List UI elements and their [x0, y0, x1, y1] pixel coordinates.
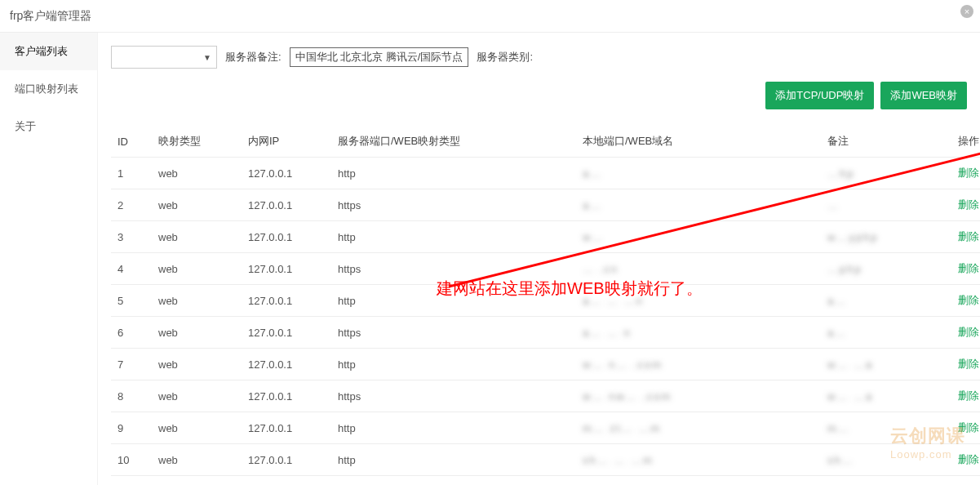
- cell-domain: sh… … …m: [576, 444, 821, 476]
- cell-op: 删除: [951, 349, 980, 380]
- cell-port: http: [331, 158, 576, 189]
- cell-domain: a…: [576, 158, 821, 189]
- sidebar: 客户端列表 端口映射列表 关于: [0, 33, 98, 485]
- delete-link[interactable]: 删除: [958, 326, 979, 338]
- cell-ip: 127.0.0.1: [242, 317, 331, 349]
- server-select[interactable]: ▼: [111, 46, 217, 69]
- sidebar-item-port-mappings[interactable]: 端口映射列表: [0, 70, 97, 108]
- table-row: 7web127.0.0.1httpw… n… .comw… …a删除: [111, 349, 980, 380]
- cell-port: https: [331, 253, 576, 285]
- toolbar: ▼ 服务器备注: 中国华北 北京北京 腾讯云/国际节点 服务器类别:: [111, 41, 967, 82]
- cell-note: …hp: [821, 158, 951, 189]
- cell-ip: 127.0.0.1: [242, 412, 331, 444]
- cell-type: web: [152, 349, 242, 380]
- cell-domain: m… zt… …m: [576, 412, 821, 444]
- th-port: 服务器端口/WEB映射类型: [331, 126, 576, 158]
- chevron-down-icon: ▼: [203, 53, 211, 62]
- table-header-row: ID 映射类型 内网IP 服务器端口/WEB映射类型 本地端口/WEB域名 备注…: [111, 126, 980, 158]
- delete-link[interactable]: 删除: [958, 198, 979, 211]
- cell-op: 删除: [951, 285, 980, 317]
- cell-ip: 127.0.0.1: [242, 253, 331, 285]
- cell-ip: 127.0.0.1: [242, 444, 331, 476]
- actions-row: 添加TCP/UDP映射 添加WEB映射: [111, 82, 967, 126]
- cell-port: http: [331, 221, 576, 253]
- cell-port: http: [331, 412, 576, 444]
- cell-id: 4: [111, 253, 152, 285]
- cell-port: http: [331, 285, 576, 317]
- cell-op: 删除: [951, 221, 980, 253]
- delete-link[interactable]: 删除: [958, 358, 979, 370]
- cell-type: web: [152, 221, 242, 253]
- cell-note: …php: [821, 253, 951, 285]
- main-panel: ▼ 服务器备注: 中国华北 北京北京 腾讯云/国际节点 服务器类别: 添加TCP…: [98, 33, 980, 485]
- cell-type: web: [152, 253, 242, 285]
- cell-op: 删除: [951, 412, 980, 444]
- cell-domain: w…: [576, 221, 821, 253]
- table-row: 5web127.0.0.1httpa… … …na…删除: [111, 285, 980, 317]
- th-note: 备注: [821, 126, 951, 158]
- sidebar-item-label: 客户端列表: [15, 45, 68, 57]
- cell-domain: a…: [576, 189, 821, 221]
- cell-note: a…: [821, 285, 951, 317]
- cell-id: 9: [111, 412, 152, 444]
- sidebar-item-label: 关于: [15, 120, 36, 132]
- cell-note: sh…: [821, 444, 951, 476]
- cell-ip: 127.0.0.1: [242, 158, 331, 189]
- delete-link[interactable]: 删除: [958, 294, 979, 306]
- table-row: 8web127.0.0.1httpsw… nw… .comw… …a删除: [111, 380, 980, 412]
- cell-domain: a… … n: [576, 317, 821, 349]
- cell-id: 8: [111, 380, 152, 412]
- cell-id: 3: [111, 221, 152, 253]
- add-web-button[interactable]: 添加WEB映射: [880, 82, 967, 109]
- table-row: 6web127.0.0.1httpsa… … na…删除: [111, 317, 980, 349]
- cell-domain: w… nw… .com: [576, 380, 821, 412]
- cell-port: https: [331, 189, 576, 221]
- cell-port: https: [331, 380, 576, 412]
- server-type-label: 服务器类别:: [477, 50, 533, 65]
- th-ip: 内网IP: [242, 126, 331, 158]
- close-icon[interactable]: ×: [960, 5, 973, 18]
- cell-port: https: [331, 317, 576, 349]
- delete-link[interactable]: 删除: [958, 167, 979, 179]
- cell-op: 删除: [951, 317, 980, 349]
- delete-link[interactable]: 删除: [958, 262, 979, 274]
- cell-note: w… …a: [821, 349, 951, 380]
- table-row: 9web127.0.0.1httpm… zt… …mm…删除: [111, 412, 980, 444]
- cell-note: m…: [821, 412, 951, 444]
- th-op: 操作: [951, 126, 980, 158]
- cell-type: web: [152, 444, 242, 476]
- cell-id: 7: [111, 349, 152, 380]
- cell-id: 10: [111, 444, 152, 476]
- cell-note: w… …a: [821, 380, 951, 412]
- cell-ip: 127.0.0.1: [242, 285, 331, 317]
- table-row: 3web127.0.0.1httpw…w…yphp删除: [111, 221, 980, 253]
- cell-id: 2: [111, 189, 152, 221]
- sidebar-item-label: 端口映射列表: [15, 82, 78, 95]
- table-row: 1web127.0.0.1httpa……hp删除: [111, 158, 980, 189]
- delete-link[interactable]: 删除: [958, 389, 979, 402]
- delete-link[interactable]: 删除: [958, 230, 979, 242]
- table-row: 4web127.0.0.1https… .cn…php删除: [111, 253, 980, 285]
- cell-op: 删除: [951, 158, 980, 189]
- delete-link[interactable]: 删除: [958, 453, 979, 465]
- sidebar-item-about[interactable]: 关于: [0, 108, 97, 145]
- cell-ip: 127.0.0.1: [242, 189, 331, 221]
- cell-type: web: [152, 412, 242, 444]
- th-domain: 本地端口/WEB域名: [576, 126, 821, 158]
- delete-link[interactable]: 删除: [958, 421, 979, 434]
- th-id: ID: [111, 126, 152, 158]
- cell-op: 删除: [951, 380, 980, 412]
- cell-type: web: [152, 380, 242, 412]
- cell-domain: w… n… .com: [576, 349, 821, 380]
- cell-note: …: [821, 189, 951, 221]
- table-row: 2web127.0.0.1httpsa……删除: [111, 189, 980, 221]
- th-type: 映射类型: [152, 126, 242, 158]
- sidebar-item-clients[interactable]: 客户端列表: [0, 33, 97, 70]
- cell-note: w…yphp: [821, 221, 951, 253]
- cell-id: 5: [111, 285, 152, 317]
- cell-type: web: [152, 158, 242, 189]
- add-tcpudp-button[interactable]: 添加TCP/UDP映射: [765, 82, 874, 109]
- cell-ip: 127.0.0.1: [242, 349, 331, 380]
- mapping-table: ID 映射类型 内网IP 服务器端口/WEB映射类型 本地端口/WEB域名 备注…: [111, 126, 980, 476]
- cell-port: http: [331, 444, 576, 476]
